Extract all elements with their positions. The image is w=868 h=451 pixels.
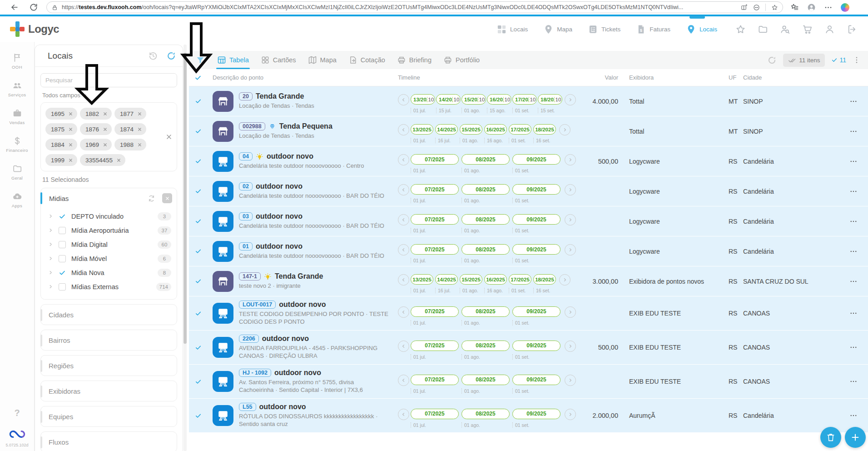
rail-item-geral[interactable]: Geral [0, 164, 34, 180]
panel-refresh-icon[interactable] [166, 51, 176, 61]
timeline-period-chip[interactable]: 07/2025 [411, 184, 459, 195]
expand-chevron-icon[interactable] [48, 214, 53, 219]
filter-chip[interactable]: 1875 [45, 123, 77, 135]
table-row[interactable]: HJ - 1092outdoor novoAv. Santos Ferreira… [189, 365, 868, 398]
col-cidade[interactable]: Cidade [743, 74, 829, 81]
timeline-prev-button[interactable] [398, 409, 409, 420]
filter-section-bairros[interactable]: Bairros [40, 330, 177, 351]
row-menu-icon[interactable] [849, 309, 868, 317]
timeline-prev-button[interactable] [398, 274, 409, 286]
row-selected-check-icon[interactable] [195, 98, 202, 105]
timeline-next-button[interactable] [565, 375, 576, 386]
filter-section-regiões[interactable]: Regiões [40, 355, 177, 376]
history-icon[interactable] [148, 51, 158, 61]
table-row[interactable]: 04outdoor novoCandelária teste outdoor n… [189, 146, 868, 176]
expand-chevron-icon[interactable] [48, 270, 53, 275]
logout-icon[interactable] [847, 24, 857, 35]
filter-chip[interactable]: 1876 [80, 123, 112, 135]
favorites-hub-icon[interactable] [790, 3, 799, 12]
col-valor[interactable]: Valor [580, 74, 623, 81]
tab-briefing[interactable]: Briefing [397, 51, 432, 69]
timeline-period-chip[interactable]: 14/2025 [435, 124, 458, 135]
rail-item-financeiro[interactable]: Financeiro [0, 136, 34, 153]
timeline-period-chip[interactable]: 08/2025 [461, 341, 510, 351]
row-selected-check-icon[interactable] [195, 278, 202, 285]
timeline-next-button[interactable] [559, 124, 570, 135]
checkbox-unchecked[interactable] [59, 255, 66, 262]
kebab-menu-icon[interactable] [853, 56, 861, 64]
timeline-prev-button[interactable] [398, 94, 409, 105]
timeline-period-chip[interactable]: 09/2025 [512, 244, 560, 255]
nav-faturas[interactable]: $Faturas [636, 16, 670, 42]
timeline-period-chip[interactable]: 15/2025 [460, 124, 482, 135]
row-selected-check-icon[interactable] [195, 158, 202, 165]
browser-back-icon[interactable] [10, 3, 19, 12]
timeline-period-chip[interactable]: 15/2025 [460, 274, 482, 285]
rail-item-apps[interactable]: Apps [0, 191, 34, 208]
timeline-prev-button[interactable] [398, 124, 409, 135]
timeline-period-chip[interactable]: 09/2025 [512, 214, 560, 225]
midia-item[interactable]: Mídias Externas714 [41, 280, 177, 294]
timeline-period-chip[interactable]: 08/2025 [461, 306, 510, 317]
timeline-period-chip[interactable]: 13/2025 [411, 124, 433, 135]
filter-chip[interactable]: 1969 [80, 139, 112, 150]
timeline-period-chip[interactable]: 09/2025 [512, 184, 560, 195]
row-menu-icon[interactable] [849, 277, 868, 286]
row-selected-check-icon[interactable] [195, 310, 202, 317]
chip-remove-icon[interactable] [68, 158, 73, 163]
checkbox-unchecked[interactable] [59, 227, 66, 234]
timeline-next-button[interactable] [565, 244, 576, 256]
col-timeline[interactable]: Timeline [398, 74, 580, 81]
timeline-next-button[interactable] [565, 94, 576, 105]
checkbox-unchecked[interactable] [59, 283, 66, 291]
chip-remove-icon[interactable] [103, 142, 108, 147]
help-button[interactable]: ? [0, 408, 34, 418]
delete-button[interactable] [820, 427, 841, 448]
row-menu-icon[interactable] [849, 187, 868, 195]
browser-menu-icon[interactable] [824, 3, 833, 12]
timeline-period-chip[interactable]: 09/2025 [512, 375, 560, 385]
timeline-period-chip[interactable]: 18/2025 [533, 274, 556, 285]
timeline-period-chip[interactable]: 08/2025 [461, 244, 510, 255]
timeline-next-button[interactable] [565, 154, 576, 165]
expand-chevron-icon[interactable] [48, 256, 53, 261]
timeline-next-button[interactable] [559, 274, 570, 286]
timeline-next-button[interactable] [565, 214, 576, 226]
timeline-period-chip[interactable]: 07/2025 [411, 214, 459, 225]
filter-chip[interactable]: 1882 [80, 108, 112, 120]
search-input[interactable] [40, 73, 177, 87]
profile-avatar[interactable] [807, 3, 816, 12]
nav-locais[interactable]: Locais [496, 16, 528, 42]
checkbox-unchecked[interactable] [59, 241, 66, 248]
nav-locais-active[interactable]: Locais [686, 16, 717, 42]
app-logo[interactable]: Logyc [10, 21, 59, 37]
timeline-next-button[interactable] [565, 306, 576, 318]
timeline-next-button[interactable] [565, 184, 576, 195]
clear-all-chips-icon[interactable] [165, 133, 173, 140]
timeline-prev-button[interactable] [398, 214, 409, 226]
tab-cotação[interactable]: Cotação [348, 51, 385, 69]
panel-scrollbar[interactable] [184, 45, 187, 451]
timeline-period-chip[interactable]: 09/2025 [512, 341, 560, 351]
timeline-period-chip[interactable]: 08/2025 [461, 154, 510, 165]
star-icon[interactable] [735, 24, 746, 35]
row-selected-check-icon[interactable] [195, 218, 202, 225]
midias-close-button[interactable] [162, 193, 172, 203]
timeline-period-chip[interactable]: 07/2025 [411, 375, 459, 385]
row-menu-icon[interactable] [849, 377, 868, 386]
table-row[interactable]: 002988Tenda PequenaLocação de Tendas · T… [189, 116, 868, 146]
timeline-period-chip[interactable]: 07/2025 [411, 306, 459, 317]
table-row[interactable]: 02outdoor novoCandelária teste outdoor n… [189, 176, 868, 206]
copilot-icon[interactable] [841, 3, 849, 12]
tab-tabela[interactable]: Tabela [217, 51, 249, 69]
filter-chip[interactable]: 1999 [45, 154, 77, 166]
row-selected-check-icon[interactable] [195, 378, 202, 385]
address-bar[interactable]: https://testes.dev.fluxooh.com/ooh/locai… [46, 1, 783, 13]
filter-chip[interactable]: 33554455 [80, 154, 125, 166]
timeline-period-chip[interactable]: 07/2025 [411, 341, 459, 351]
chip-remove-icon[interactable] [103, 127, 108, 132]
add-button[interactable] [845, 427, 866, 448]
row-menu-icon[interactable] [849, 127, 868, 135]
expand-chevron-icon[interactable] [48, 242, 53, 247]
scrollbar-thumb[interactable] [184, 53, 187, 344]
